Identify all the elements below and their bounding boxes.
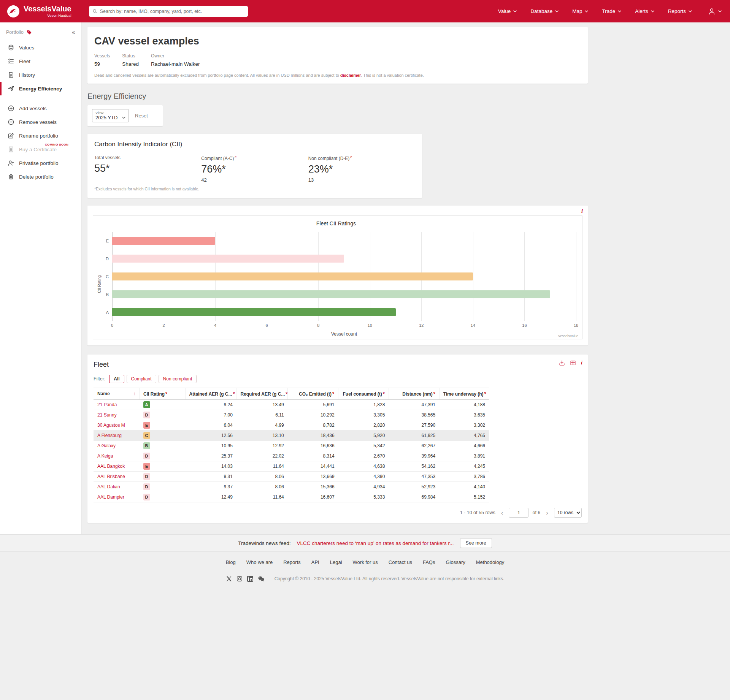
download-icon[interactable] <box>559 360 565 366</box>
footer-link-glossary[interactable]: Glossary <box>446 559 465 565</box>
vessel-name-link[interactable]: AAL Bangkok <box>94 461 140 472</box>
search-icon <box>92 9 97 14</box>
column-header-attained[interactable]: Attained AER (g C...e <box>185 388 236 400</box>
chart-x-ticks: 024681012141618 <box>112 323 576 329</box>
nav-item-map[interactable]: Map <box>572 8 588 14</box>
stat-label: Total vessels <box>94 155 201 160</box>
column-header-name[interactable]: Name↑ <box>94 388 140 400</box>
footer-link-blog[interactable]: Blog <box>226 559 236 565</box>
page-size-select[interactable]: 10 rows <box>554 508 582 518</box>
vessel-name-link[interactable]: AAL Dalian <box>94 482 140 492</box>
nav-item-value[interactable]: Value <box>498 8 517 14</box>
column-header-co2[interactable]: CO₂ Emitted (t)e <box>288 388 338 400</box>
nav-item-reports[interactable]: Reports <box>668 8 692 14</box>
cii-bar-E[interactable] <box>112 237 215 245</box>
vessel-name-link[interactable]: 30 Agustos M <box>94 420 140 431</box>
x-social-icon[interactable] <box>226 576 232 582</box>
filter-compliant[interactable]: Compliant <box>127 375 156 383</box>
next-page-button[interactable]: › <box>544 509 550 517</box>
table-row[interactable]: A GalaxyB10.9512.9216,6365,34262,2674,66… <box>94 441 489 451</box>
vessel-name-link[interactable]: A Galaxy <box>94 441 140 451</box>
cii-bar-A[interactable] <box>112 308 396 316</box>
see-more-button[interactable]: See more <box>460 538 492 548</box>
columns-icon[interactable] <box>570 360 576 366</box>
filter-non-compliant[interactable]: Non compliant <box>159 375 197 383</box>
nav-item-database[interactable]: Database <box>530 8 559 14</box>
footer-link-methodology[interactable]: Methodology <box>476 559 504 565</box>
vessel-name-link[interactable]: A Keiga <box>94 451 140 461</box>
linkedin-icon[interactable] <box>247 576 253 582</box>
fleet-info-icon[interactable]: i <box>581 360 582 366</box>
footer-link-work-for-us[interactable]: Work for us <box>353 559 378 565</box>
table-row[interactable]: A FlensburgC12.5613.1018,4365,92061,9254… <box>94 431 489 441</box>
user-menu[interactable] <box>708 8 722 15</box>
column-header-required[interactable]: Required AER (g C...e <box>236 388 288 400</box>
footer-link-contact-us[interactable]: Contact us <box>389 559 412 565</box>
disclaimer-link[interactable]: disclaimer <box>340 73 361 78</box>
table-row[interactable]: 21 PandaA9.2413.495,6911,82847,3914,188 <box>94 400 489 410</box>
page-number-input[interactable] <box>509 508 528 518</box>
sidebar-item-history[interactable]: History <box>0 68 81 82</box>
filter-all[interactable]: All <box>109 375 124 383</box>
table-row[interactable]: AAL BrisbaneD9.318.0613,6694,39047,3533,… <box>94 472 489 482</box>
nav-item-trade[interactable]: Trade <box>602 8 621 14</box>
footer-link-legal[interactable]: Legal <box>330 559 342 565</box>
vessel-name-link[interactable]: AAL Brisbane <box>94 472 140 482</box>
vessel-name-link[interactable]: A Flensburg <box>94 431 140 441</box>
certificate-icon <box>8 146 14 153</box>
table-row[interactable]: 21 SunnyD7.006.1110,2923,30538,5653,635 <box>94 410 489 420</box>
view-select[interactable]: View: 2025 YTD <box>92 109 129 122</box>
footer-link-api[interactable]: API <box>311 559 319 565</box>
fuel-cell: 2,670 <box>338 451 389 461</box>
chart-info-icon[interactable]: i <box>581 208 583 214</box>
sidebar-item-remove-vessels[interactable]: Remove vessels <box>0 115 81 129</box>
nav-item-alerts[interactable]: Alerts <box>635 8 654 14</box>
sidebar-item-values[interactable]: Values <box>0 41 81 54</box>
reset-button[interactable]: Reset <box>135 113 148 119</box>
view-select-value: 2025 YTD <box>95 115 117 120</box>
required-cell: 13.10 <box>236 431 288 441</box>
table-row[interactable]: AAL DampierD12.4911.6416,6075,33369,9845… <box>94 492 489 502</box>
stat-count: 13 <box>308 177 415 183</box>
cii-bar-B[interactable] <box>112 290 550 298</box>
table-row[interactable]: A KeigaD25.3722.028,3142,67039,9643,891 <box>94 451 489 461</box>
instagram-icon[interactable] <box>236 576 243 582</box>
column-header-fuel[interactable]: Fuel consumed (t)e <box>338 388 389 400</box>
previous-page-button[interactable]: ‹ <box>499 509 505 517</box>
global-search[interactable] <box>89 6 248 17</box>
sidebar-item-privatise-portfolio[interactable]: Privatise portfolio <box>0 156 81 170</box>
column-header-distance[interactable]: Distance (nm)e <box>389 388 439 400</box>
required-cell: 12.92 <box>236 441 288 451</box>
footer-link-reports[interactable]: Reports <box>283 559 301 565</box>
time-cell: 4,245 <box>439 461 489 472</box>
sidebar-item-delete-portfolio[interactable]: Delete portfolio <box>0 170 81 184</box>
footer-link-who-we-are[interactable]: Who we are <box>246 559 273 565</box>
column-header-rating[interactable]: CII Ratinge <box>140 388 186 400</box>
x-tick-label: 12 <box>419 323 424 328</box>
sidebar-item-fleet[interactable]: Fleet <box>0 54 81 68</box>
sidebar-item-add-vessels[interactable]: Add vessels <box>0 101 81 115</box>
table-row[interactable]: 30 Agustos ME6.044.998,7822,82027,5903,3… <box>94 420 489 431</box>
sidebar-header: Portfolio « <box>0 27 81 41</box>
fuel-cell: 4,934 <box>338 482 389 492</box>
table-row[interactable]: AAL DalianD9.378.0615,3664,93452,9234,14… <box>94 482 489 492</box>
meta-owner: OwnerRachael-main Walker <box>151 53 200 67</box>
search-input[interactable] <box>100 9 244 14</box>
sidebar-item-energy-efficiency[interactable]: Energy Efficiency <box>0 82 81 95</box>
cii-bar-C[interactable] <box>112 272 473 280</box>
table-row[interactable]: AAL BangkokE14.0311.6414,4414,63854,1624… <box>94 461 489 472</box>
footer-link-faqs[interactable]: FAQs <box>423 559 435 565</box>
sidebar-item-buy-a-certificate[interactable]: Buy a CertificateCOMING SOON <box>0 143 81 156</box>
sidebar-collapse-button[interactable]: « <box>72 29 75 35</box>
news-headline-link[interactable]: VLCC charterers need to ‘man up’ on rate… <box>297 540 454 546</box>
vessel-name-link[interactable]: AAL Dampier <box>94 492 140 502</box>
cii-bar-D[interactable] <box>112 255 344 263</box>
wechat-icon[interactable] <box>258 576 265 582</box>
column-header-time[interactable]: Time underway (h)e <box>439 388 489 400</box>
vessel-name-link[interactable]: 21 Panda <box>94 400 140 410</box>
chart-watermark: VesselsValue <box>558 334 578 338</box>
co2-cell: 16,607 <box>288 492 338 502</box>
brand-logo[interactable]: VesselsValue Veson Nautical <box>7 5 71 18</box>
sidebar-item-rename-portfolio[interactable]: Rename portfolio <box>0 129 81 143</box>
vessel-name-link[interactable]: 21 Sunny <box>94 410 140 420</box>
